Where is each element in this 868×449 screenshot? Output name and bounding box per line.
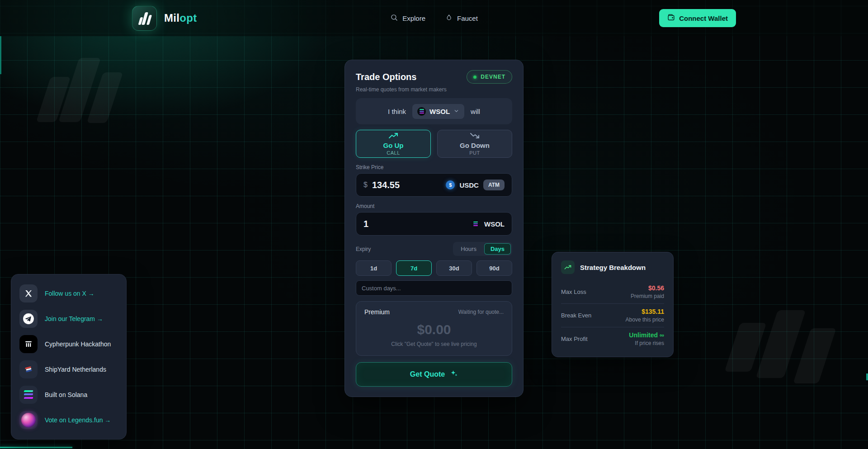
strategy-breakdown-card: Strategy Breakdown Max Loss $0.56 Premiu… [552,252,674,357]
nav-item-explore[interactable]: Explore [390,14,425,23]
brand-name-secondary: opt [179,12,197,24]
premium-status: Waiting for quote... [458,309,504,315]
social-label: ShipYard Netherlands [45,366,106,373]
network-badge-label: DEVNET [481,74,505,80]
brand-name: Milopt [164,12,197,24]
nav-item-faucet[interactable]: Faucet [445,14,478,23]
strategy-card-title: Strategy Breakdown [580,264,646,271]
trending-up-icon [388,132,398,140]
prediction-sentence: I think WSOL will [356,98,512,124]
nav-item-label: Faucet [457,14,478,22]
amount-asset-label: WSOL [484,220,505,228]
amount-input[interactable] [363,219,467,229]
row-value: Unlimited ∞ [629,331,664,339]
asset-dropdown-value: WSOL [429,108,450,115]
solana-icon [19,386,38,404]
edge-accent-left [0,36,1,74]
legends-icon [19,411,38,429]
social-item-telegram[interactable]: Join our Telegram → [19,306,118,331]
social-item-shipyard[interactable]: ShipYard Netherlands [19,357,118,382]
sparkles-icon [450,369,458,379]
sentence-prefix: I think [388,108,406,115]
go-up-label: Go Up [383,142,404,149]
search-icon [390,14,398,23]
brand-name-primary: Mil [164,12,179,24]
strategy-row-max-profit: Max Profit Unlimited ∞ If price rises [561,327,664,350]
solana-icon [417,107,426,116]
network-status-dot [473,76,476,79]
expiry-unit-toggle: Hours Days [453,242,512,256]
usdc-icon: $ [446,180,455,189]
row-label: Break Even [561,312,591,319]
social-item-legends[interactable]: Vote on Legends.fun → [19,407,118,433]
row-note: Above this price [626,317,664,323]
go-down-label: Go Down [460,142,490,149]
social-label: Join our Telegram → [45,315,103,322]
chevron-down-icon [453,108,459,115]
trending-down-icon [470,132,480,140]
row-note: If price rises [629,340,664,346]
preset-1d-button[interactable]: 1d [356,260,392,276]
trade-card-subtitle: Real-time quotes from market makers [356,86,512,93]
brand: Milopt [132,6,197,31]
unit-hours-button[interactable]: Hours [454,243,483,255]
watermark-logo-top-left [41,58,118,126]
telegram-icon [19,310,38,328]
x-logo-icon [19,284,38,302]
custom-days-input[interactable] [356,280,512,296]
preset-7d-button[interactable]: 7d [396,260,432,276]
get-quote-label: Get Quote [410,370,445,378]
preset-90d-button[interactable]: 90d [476,260,512,276]
atm-button[interactable]: ATM [483,180,505,190]
strike-price-field: $ $ USDC ATM [356,173,512,197]
strike-currency-label: USDC [459,181,479,189]
row-value: $135.11 [626,308,664,315]
strategy-row-break-even: Break Even $135.11 Above this price [561,304,664,327]
trade-card-title: Trade Options [356,72,416,82]
droplet-icon [445,14,453,23]
edge-accent-bottom [0,447,72,448]
go-down-put-button[interactable]: Go Down PUT [437,130,512,158]
nav-item-label: Explore [402,14,425,22]
strike-price-input[interactable] [372,180,441,190]
premium-panel: Premium Waiting for quote... $0.00 Click… [356,301,512,356]
sentence-suffix: will [471,108,480,115]
row-label: Max Profit [561,336,588,342]
social-label: Follow us on X → [45,290,94,297]
amount-field: WSOL [356,212,512,236]
nav-links: Explore Faucet [390,14,478,23]
edge-accent-right [866,373,868,380]
go-up-call-button[interactable]: Go Up CALL [356,130,431,158]
social-label: Cypherpunk Hackathon [45,340,111,348]
amount-label: Amount [356,203,512,209]
wallet-icon [667,14,675,23]
expiry-presets: 1d 7d 30d 90d [356,260,512,276]
social-label: Built on Solana [45,391,87,398]
social-item-x[interactable]: Follow us on X → [19,281,118,306]
premium-value: $0.00 [364,322,504,337]
pillar-icon [19,335,38,353]
connect-wallet-button[interactable]: Connect Wallet [659,9,736,27]
put-sublabel: PUT [469,150,480,156]
social-item-cypherpunk[interactable]: Cypherpunk Hackathon [19,331,118,357]
row-label: Max Loss [561,288,586,295]
milopt-logo[interactable] [132,6,157,31]
social-item-solana[interactable]: Built on Solana [19,382,118,407]
preset-30d-button[interactable]: 30d [436,260,472,276]
strategy-icon [561,260,575,274]
strategy-row-max-loss: Max Loss $0.56 Premium paid [561,280,664,303]
social-label: Vote on Legends.fun → [45,416,111,424]
app-stage: Milopt Explore Faucet [0,0,868,449]
get-quote-button[interactable]: Get Quote [356,362,512,387]
row-value: $0.56 [631,284,664,292]
unit-days-button[interactable]: Days [484,243,511,255]
premium-label: Premium [364,308,390,316]
solana-icon [471,220,480,228]
strike-price-label: Strike Price [356,164,512,170]
network-badge: DEVNET [467,70,512,84]
social-links-card: Follow us on X → Join our Telegram → Cyp… [11,274,127,440]
row-note: Premium paid [631,293,664,299]
dutch-flag-icon [19,360,38,378]
trade-options-card: Trade Options DEVNET Real-time quotes fr… [344,60,524,397]
asset-dropdown[interactable]: WSOL [412,104,464,119]
